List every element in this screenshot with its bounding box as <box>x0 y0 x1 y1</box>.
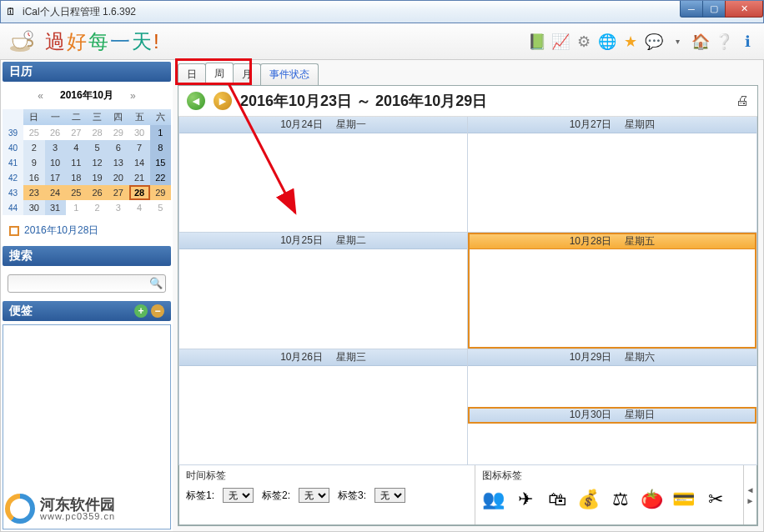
tomato-icon[interactable]: 🍅 <box>641 488 664 511</box>
calendar-day[interactable]: 19 <box>87 170 108 185</box>
book-icon[interactable]: 📗 <box>529 33 545 50</box>
help-icon[interactable]: ❔ <box>716 33 732 50</box>
calendar-day[interactable]: 24 <box>45 185 66 200</box>
tag-select[interactable]: 无 <box>374 488 405 503</box>
window-titlebar: 🗓 iCal个人日程管理 1.6.392 ─ ▢ ✕ <box>0 0 764 23</box>
chat-icon[interactable]: 💬 <box>646 33 662 50</box>
calendar-day[interactable]: 7 <box>129 140 150 155</box>
tag-select[interactable]: 无 <box>299 488 329 503</box>
day-body[interactable] <box>468 424 756 464</box>
calendar-day[interactable]: 13 <box>108 155 128 170</box>
calendar-day[interactable]: 27 <box>108 185 128 200</box>
add-note-button[interactable]: + <box>134 304 148 318</box>
plane-icon[interactable]: ✈ <box>514 488 537 511</box>
calendar-day[interactable]: 22 <box>150 170 171 185</box>
next-month-button[interactable]: » <box>123 90 143 102</box>
tab-month[interactable]: 月 <box>233 63 261 85</box>
globe-icon[interactable]: 🌐 <box>599 33 616 50</box>
calendar-day[interactable]: 6 <box>108 140 128 155</box>
prev-week-button[interactable]: ◄ <box>187 92 205 110</box>
calendar-day[interactable]: 2 <box>87 200 108 215</box>
calendar-day[interactable]: 2 <box>23 140 44 155</box>
gear-icon[interactable]: ⚙ <box>576 33 592 50</box>
search-input[interactable] <box>8 274 166 293</box>
calendar-day[interactable]: 20 <box>108 170 128 185</box>
remove-note-button[interactable]: − <box>151 304 164 318</box>
week-day-cell[interactable]: 10月27日星期四 <box>468 117 757 233</box>
scroll-right-icon[interactable]: ► <box>746 496 755 505</box>
day-body[interactable] <box>179 133 467 232</box>
calendar-day[interactable]: 30 <box>23 200 44 215</box>
scissors-icon[interactable]: ✂ <box>704 488 727 511</box>
search-label: 搜索 <box>9 248 33 263</box>
day-header: 10月29日星期六 <box>468 349 756 366</box>
week-day-cell[interactable]: 10月28日星期五 <box>468 233 757 349</box>
bag-icon[interactable]: 🛍 <box>545 488 569 511</box>
calendar-day[interactable]: 4 <box>129 200 150 215</box>
calendar-day[interactable]: 29 <box>108 125 128 140</box>
print-icon[interactable]: 🖨 <box>736 93 749 108</box>
calendar-day[interactable]: 25 <box>66 185 87 200</box>
day-body[interactable] <box>179 366 467 464</box>
calendar-day[interactable]: 11 <box>66 155 87 170</box>
calendar-day[interactable]: 9 <box>23 155 44 170</box>
home-icon[interactable]: 🏠 <box>692 33 709 50</box>
calendar-day[interactable]: 23 <box>23 185 44 200</box>
mini-calendar[interactable]: 日一二三四五六 39252627282930140234567841910111… <box>3 109 171 215</box>
calendar-day[interactable]: 30 <box>129 125 150 140</box>
today-link[interactable]: 2016年10月28日 <box>3 218 171 243</box>
day-body[interactable] <box>468 366 756 407</box>
calendar-day[interactable]: 16 <box>23 170 44 185</box>
calendar-day[interactable]: 17 <box>45 170 66 185</box>
week-day-cell[interactable]: 10月25日星期二 <box>178 233 468 349</box>
people-icon[interactable]: 👥 <box>482 488 505 511</box>
star-icon[interactable]: ★ <box>622 33 639 50</box>
card-icon[interactable]: 💳 <box>672 488 696 511</box>
calendar-day[interactable]: 3 <box>45 140 66 155</box>
calendar-day[interactable]: 29 <box>150 185 171 200</box>
day-header: 10月25日星期二 <box>179 233 467 249</box>
prev-month-button[interactable]: « <box>31 90 50 102</box>
scale-icon[interactable]: ⚖ <box>609 488 632 511</box>
calendar-day[interactable]: 5 <box>150 200 171 215</box>
calendar-day[interactable]: 31 <box>45 200 66 215</box>
calendar-day[interactable]: 10 <box>45 155 66 170</box>
close-button[interactable]: ✕ <box>725 1 763 18</box>
calendar-day[interactable]: 14 <box>129 155 150 170</box>
calendar-day[interactable]: 8 <box>150 140 171 155</box>
tag-select[interactable]: 无 <box>223 488 254 503</box>
calendar-day[interactable]: 1 <box>150 125 171 140</box>
info-icon[interactable]: ℹ <box>739 33 756 50</box>
day-body[interactable] <box>179 249 467 348</box>
minimize-button[interactable]: ─ <box>680 1 703 18</box>
maximize-button[interactable]: ▢ <box>702 1 726 18</box>
scroll-left-icon[interactable]: ◄ <box>746 485 755 494</box>
chart-icon[interactable]: 📈 <box>552 33 569 50</box>
calendar-day[interactable]: 21 <box>129 170 150 185</box>
day-body[interactable] <box>468 249 756 348</box>
calendar-day[interactable]: 26 <box>87 185 108 200</box>
week-day-cell[interactable]: 10月29日星期六10月30日星期日 <box>468 349 757 465</box>
week-day-cell[interactable]: 10月24日星期一 <box>178 117 468 233</box>
calendar-day[interactable]: 12 <box>87 155 108 170</box>
calendar-day[interactable]: 28 <box>129 185 150 200</box>
calendar-day[interactable]: 18 <box>66 170 87 185</box>
day-body[interactable] <box>468 133 756 232</box>
calendar-day[interactable]: 28 <box>87 125 108 140</box>
calendar-day[interactable]: 25 <box>23 125 44 140</box>
search-icon[interactable]: 🔍 <box>149 277 163 289</box>
calendar-day[interactable]: 26 <box>45 125 66 140</box>
calendar-day[interactable]: 5 <box>87 140 108 155</box>
tab-week[interactable]: 周 <box>205 63 234 85</box>
tab-day[interactable]: 日 <box>178 63 206 85</box>
week-day-cell[interactable]: 10月26日星期三 <box>178 349 468 465</box>
calendar-day[interactable]: 3 <box>108 200 128 215</box>
next-week-button[interactable]: ► <box>214 92 232 110</box>
calendar-day[interactable]: 4 <box>66 140 87 155</box>
calendar-day[interactable]: 1 <box>66 200 87 215</box>
tab-event-status[interactable]: 事件状态 <box>260 63 319 85</box>
dropdown-icon[interactable]: ▾ <box>669 33 686 50</box>
calendar-day[interactable]: 15 <box>150 155 171 170</box>
calendar-day[interactable]: 27 <box>66 125 87 140</box>
money-icon[interactable]: 💰 <box>577 488 601 511</box>
